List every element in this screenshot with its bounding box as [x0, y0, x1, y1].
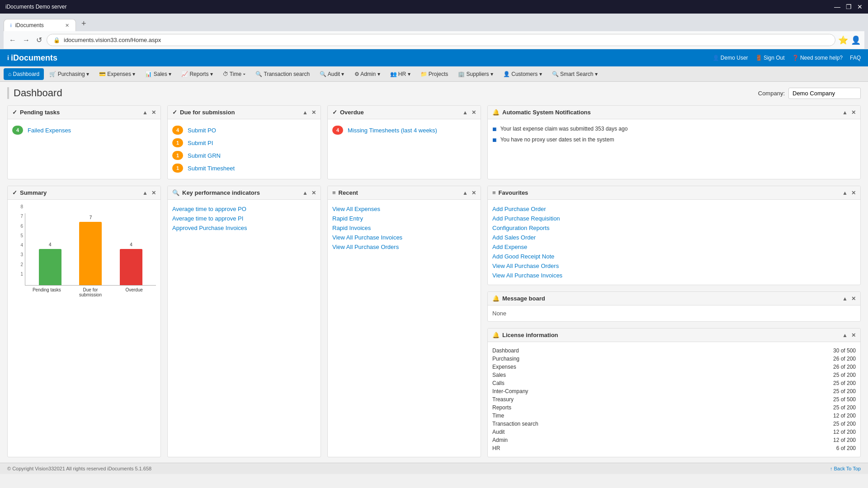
- nav-item-hr[interactable]: 👥 HR ▾: [386, 68, 415, 80]
- forward-button[interactable]: →: [21, 34, 32, 46]
- add-expense-link[interactable]: Add Expense: [492, 242, 856, 252]
- nav-item-smart-search[interactable]: 🔍 Smart Search ▾: [547, 68, 602, 80]
- submit-pi-link[interactable]: Submit PI: [188, 140, 213, 146]
- y-label: 6: [12, 224, 23, 229]
- collapse-button[interactable]: ▲: [842, 190, 848, 196]
- license-value: 12 of 200: [833, 413, 856, 419]
- notifications-controls[interactable]: ▲ ✕: [842, 109, 856, 116]
- view-all-expenses-link[interactable]: View All Expenses: [332, 204, 476, 214]
- favourites-widget: ≡ Favourites ▲ ✕ Add Purchase Order Add …: [487, 186, 861, 285]
- task-row: 4 Failed Expenses: [12, 124, 156, 136]
- approved-purchase-invoices-link[interactable]: Approved Purchase Invoices: [172, 223, 316, 233]
- license-label: Dashboard: [492, 347, 519, 354]
- close-widget-button[interactable]: ✕: [851, 296, 856, 302]
- minimize-button[interactable]: —: [834, 3, 840, 10]
- nav-item-expenses[interactable]: 💳 Expenses ▾: [94, 68, 140, 80]
- nav-item-time[interactable]: ⏱ Time ▾: [218, 68, 250, 80]
- nav-item-dashboard[interactable]: ⌂ Dashboard: [4, 68, 44, 80]
- recent-controls[interactable]: ▲ ✕: [462, 190, 476, 196]
- add-purchase-requisition-link[interactable]: Add Purchase Requisition: [492, 214, 856, 223]
- add-good-receipt-note-link[interactable]: Add Good Receipt Note: [492, 252, 856, 261]
- avg-approve-po-link[interactable]: Average time to approve PO: [172, 204, 316, 214]
- collapse-button[interactable]: ▲: [142, 109, 148, 116]
- nav-item-audit[interactable]: 🔍 Audit ▾: [315, 68, 349, 80]
- configuration-reports-link[interactable]: Configuration Reports: [492, 223, 856, 233]
- collapse-button[interactable]: ▲: [302, 190, 308, 196]
- add-sales-order-link[interactable]: Add Sales Order: [492, 233, 856, 242]
- message-board-controls[interactable]: ▲ ✕: [842, 296, 856, 302]
- missing-timesheets-link[interactable]: Missing Timesheets (last 4 weeks): [348, 127, 437, 134]
- task-count-badge: 4: [12, 126, 23, 135]
- view-all-purchase-orders-link[interactable]: View All Purchase Orders: [332, 242, 476, 252]
- bar-value: 7: [90, 215, 92, 220]
- nav-item-transaction-search[interactable]: 🔍 Transaction search: [251, 68, 314, 80]
- collapse-button[interactable]: ▲: [462, 109, 468, 116]
- add-purchase-order-link[interactable]: Add Purchase Order: [492, 204, 856, 214]
- pending-tasks-header: ✓ Pending tasks ▲ ✕: [8, 106, 160, 119]
- close-button[interactable]: ✕: [857, 3, 863, 10]
- main-content: Dashboard Company: Demo Company ✓ Pendin…: [0, 82, 868, 463]
- favourites-controls[interactable]: ▲ ✕: [842, 190, 856, 196]
- close-widget-button[interactable]: ✕: [151, 109, 156, 116]
- faq-link[interactable]: FAQ: [850, 55, 861, 61]
- view-all-purchase-invoices-link[interactable]: View All Purchase Invoices: [332, 233, 476, 242]
- address-bar[interactable]: 🔒 idocuments.vision33.com/Home.aspx: [47, 34, 835, 46]
- nav-item-purchasing[interactable]: 🛒 Purchasing ▾: [45, 68, 94, 80]
- widget-grid-row1: ✓ Pending tasks ▲ ✕ 4 Failed Expenses ✓: [7, 105, 861, 179]
- close-widget-button[interactable]: ✕: [851, 332, 856, 338]
- close-widget-button[interactable]: ✕: [151, 190, 156, 196]
- sign-out-link[interactable]: 🚪 Sign Out: [755, 55, 785, 61]
- collapse-button[interactable]: ▲: [842, 296, 848, 302]
- maximize-button[interactable]: ❐: [846, 3, 852, 10]
- reload-button[interactable]: ↺: [34, 34, 44, 46]
- view-all-purchase-invoices-fav-link[interactable]: View All Purchase Invoices: [492, 271, 856, 280]
- close-widget-button[interactable]: ✕: [851, 190, 856, 196]
- failed-expenses-link[interactable]: Failed Expenses: [28, 127, 71, 134]
- pending-tasks-controls[interactable]: ▲ ✕: [142, 109, 156, 116]
- title-bar-controls[interactable]: — ❐ ✕: [834, 3, 863, 10]
- overdue-count-badge: 4: [332, 126, 343, 135]
- y-label: 4: [12, 243, 23, 248]
- rapid-entry-link[interactable]: Rapid Entry: [332, 214, 476, 223]
- close-widget-button[interactable]: ✕: [472, 190, 476, 196]
- rapid-invoices-link[interactable]: Rapid Invoices: [332, 223, 476, 233]
- tab-close-button[interactable]: ✕: [65, 23, 69, 28]
- due-for-submission-controls[interactable]: ▲ ✕: [302, 109, 316, 116]
- bar-group-overdue: 4: [120, 242, 142, 285]
- nav-item-customers[interactable]: 👤 Customers ▾: [499, 68, 547, 80]
- close-widget-button[interactable]: ✕: [851, 109, 856, 116]
- collapse-button[interactable]: ▲: [142, 190, 148, 196]
- close-widget-button[interactable]: ✕: [311, 190, 316, 196]
- nav-item-projects[interactable]: 📁 Projects: [416, 68, 453, 80]
- back-button[interactable]: ←: [7, 34, 18, 46]
- nav-item-sales[interactable]: 📊 Sales ▾: [141, 68, 176, 80]
- overdue-controls[interactable]: ▲ ✕: [462, 109, 476, 116]
- profile-icon[interactable]: 👤: [851, 35, 861, 45]
- browser-tab[interactable]: i iDocuments ✕: [4, 19, 76, 31]
- collapse-button[interactable]: ▲: [302, 109, 308, 116]
- help-link[interactable]: ❓ Need some help?: [792, 55, 843, 61]
- submit-po-link[interactable]: Submit PO: [188, 127, 216, 134]
- nav-item-reports[interactable]: 📈 Reports ▾: [177, 68, 217, 80]
- demo-user-link[interactable]: 👤 Demo User: [712, 55, 748, 61]
- collapse-button[interactable]: ▲: [462, 190, 468, 196]
- close-widget-button[interactable]: ✕: [311, 109, 316, 116]
- view-all-purchase-orders-fav-link[interactable]: View All Purchase Orders: [492, 261, 856, 271]
- nav-item-suppliers[interactable]: 🏢 Suppliers ▾: [453, 68, 498, 80]
- close-widget-button[interactable]: ✕: [472, 109, 476, 116]
- bookmark-icon[interactable]: ⭐: [838, 35, 848, 45]
- collapse-button[interactable]: ▲: [842, 332, 848, 338]
- company-dropdown[interactable]: Demo Company: [788, 88, 861, 99]
- kpi-controls[interactable]: ▲ ✕: [302, 190, 316, 196]
- summary-controls[interactable]: ▲ ✕: [142, 190, 156, 196]
- license-info-controls[interactable]: ▲ ✕: [842, 332, 856, 338]
- recent-widget: ≡ Recent ▲ ✕ View All Expenses Rapid Ent…: [327, 186, 481, 457]
- new-tab-button[interactable]: +: [77, 16, 91, 31]
- submit-timesheet-link[interactable]: Submit Timesheet: [188, 165, 235, 172]
- kpi-widget: 🔍 Key performance indicators ▲ ✕ Average…: [167, 186, 321, 457]
- collapse-button[interactable]: ▲: [842, 109, 848, 116]
- submit-grn-link[interactable]: Submit GRN: [188, 152, 221, 159]
- avg-approve-pi-link[interactable]: Average time to approve PI: [172, 214, 316, 223]
- back-to-top-link[interactable]: ↑ Back To Top: [830, 466, 861, 471]
- nav-item-admin[interactable]: ⚙ Admin ▾: [350, 68, 385, 80]
